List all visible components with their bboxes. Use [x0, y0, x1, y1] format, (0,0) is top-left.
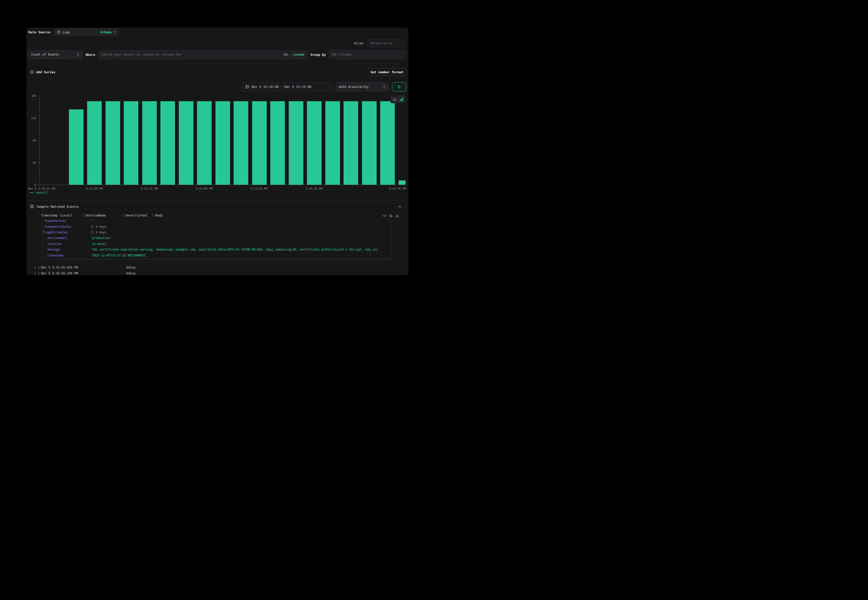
chart-bar[interactable]: [307, 101, 321, 185]
y-tick-label: 80: [33, 139, 36, 142]
toggle-divider: |: [290, 53, 292, 56]
bar-chart-icon[interactable]: [399, 97, 403, 102]
chart-bar[interactable]: [124, 101, 138, 185]
chart-bar[interactable]: [87, 101, 102, 185]
search-input[interactable]: [101, 50, 282, 59]
caret-down-icon[interactable]: ▼: [43, 230, 44, 233]
lucene-option[interactable]: Lucene: [293, 53, 304, 56]
chart-bar[interactable]: [234, 101, 248, 185]
chart-bar[interactable]: [161, 101, 175, 185]
y-tick-label: 120: [31, 117, 36, 120]
field-message[interactable]: message SSL certificate expiration warni…: [42, 247, 392, 252]
column-label: SeverityText: [125, 214, 148, 217]
where-label: Where: [86, 53, 95, 57]
field-environment[interactable]: environment production: [42, 235, 392, 241]
x-tick-mark: [314, 185, 314, 186]
sql-option[interactable]: SQL: [283, 53, 289, 56]
field-logattributes[interactable]: ▼ LogAttributes {}4 keys: [42, 230, 392, 235]
time-range-value: Dec 5 15:10:46 - Dec 5 15:15:46: [251, 85, 311, 89]
language-toggle[interactable]: SQL|Lucene: [283, 53, 304, 56]
object-key-count: 0 keys: [96, 225, 107, 229]
chart-bar[interactable]: [142, 101, 157, 185]
x-axis-labels: Dec 5 3:10:45 PM3:11:30 PM3:12:15 PM3:13…: [39, 187, 406, 191]
chart-bar[interactable]: [270, 101, 285, 185]
chart-bar[interactable]: [362, 101, 377, 185]
sample-events-header: Sample Matched Events: [30, 204, 79, 209]
logs-source-icon: [57, 30, 61, 34]
chart-bar[interactable]: [326, 101, 340, 185]
x-tick-mark: [405, 185, 406, 186]
event-row[interactable]: ❯ Dec 5 3:15:45.635 PM debug: [26, 265, 408, 271]
chart-bar[interactable]: [398, 180, 406, 185]
aggregation-select[interactable]: Count of Events: [28, 50, 82, 59]
severity-indicator: [38, 266, 39, 270]
group-by-input-wrap: [329, 50, 406, 59]
time-controls-row: Dec 5 15:10:46 - Dec 5 15:15:46 Auto Gra…: [242, 82, 406, 91]
chart-bar[interactable]: [69, 109, 83, 185]
field-value: SSL certificate expiration warning, doma…: [91, 248, 392, 252]
field-timestamp[interactable]: timestamp 2025-12-05T13:57:23.082306893Z: [42, 252, 392, 258]
alias-label: Alias: [354, 41, 363, 45]
field-location[interactable]: location us-west1: [42, 241, 392, 247]
expand-chevron-icon[interactable]: ❯: [34, 272, 36, 275]
sample-events-title: Sample Matched Events: [36, 205, 79, 209]
query-row: Count of Events Where SQL|Lucene Group B…: [28, 50, 406, 59]
event-row[interactable]: ❯ Dec 5 3:15:45.235 PM debug: [26, 271, 408, 276]
run-query-button[interactable]: [392, 82, 406, 91]
granularity-select[interactable]: Auto Granularity: [336, 82, 389, 91]
field-value: [91, 219, 392, 223]
calendar-icon: [245, 85, 249, 89]
column-body[interactable]: Body: [152, 214, 163, 217]
field-key: timestamp: [45, 254, 91, 257]
chart-bar[interactable]: [179, 101, 194, 185]
chart-bar[interactable]: [215, 101, 230, 185]
column-severitytext[interactable]: SeverityText: [122, 214, 148, 217]
data-source-row: Data Source Logs Schema: [28, 29, 118, 36]
chart-bar[interactable]: [344, 101, 358, 185]
data-source-select[interactable]: Logs Schema: [54, 29, 118, 36]
field-key: environment: [45, 236, 91, 240]
column-servicename[interactable]: ServiceName: [82, 214, 106, 217]
view-source-icon[interactable]: </>: [383, 214, 386, 218]
x-tick-label: 3:13:00 PM: [195, 187, 212, 190]
group-by-input[interactable]: [329, 50, 406, 59]
y-axis: 04080120160: [26, 96, 39, 185]
alias-input[interactable]: [367, 39, 406, 47]
add-series-label: Add Series: [36, 70, 55, 74]
download-icon[interactable]: [395, 214, 399, 218]
time-range-picker[interactable]: Dec 5 15:10:46 - Dec 5 15:15:46: [242, 82, 332, 91]
line-chart-icon[interactable]: [393, 97, 397, 102]
chart-bar[interactable]: [197, 101, 212, 185]
text-wrap-icon[interactable]: [389, 214, 393, 218]
events-column-headers: Timestamp (Local) ServiceName SeverityTe…: [26, 214, 408, 218]
alias-divider: [29, 43, 350, 44]
event-severity: debug: [126, 266, 135, 269]
column-timestamp[interactable]: Timestamp (Local): [41, 214, 73, 217]
y-tick-label: 160: [31, 94, 36, 97]
field-scopeattributes[interactable]: ScopeAttributes {}0 keys: [42, 224, 392, 229]
object-key-count: 4 keys: [96, 230, 107, 234]
chart-bar[interactable]: [289, 101, 303, 185]
chart-bar[interactable]: [106, 101, 120, 185]
x-tick-mark: [204, 185, 205, 186]
field-key: message: [45, 248, 91, 252]
collapse-section-button[interactable]: [397, 205, 402, 209]
granularity-value: Auto Granularity: [339, 85, 383, 89]
event-list-icon: [30, 205, 34, 209]
circle-plus-icon: [30, 70, 34, 74]
set-number-format-label: Set number format: [370, 70, 403, 74]
add-series-button[interactable]: Add Series: [30, 68, 55, 76]
chevron-up-icon: [398, 206, 401, 208]
field-value: 2025-12-05T13:57:23.082306893Z: [91, 254, 392, 257]
chart-bar[interactable]: [252, 101, 267, 185]
chart-legend[interactable]: count(): [30, 191, 48, 194]
set-number-format-button[interactable]: Set number format: [368, 68, 406, 76]
field-scopeversion[interactable]: ScopeVersion: [42, 219, 392, 224]
chart-bar[interactable]: [380, 101, 395, 185]
expand-chevron-icon[interactable]: ❯: [34, 266, 36, 269]
x-tick-label: Dec 5 3:10:45 PM: [28, 187, 55, 190]
log-attribute-fields: ScopeVersion ScopeAttributes {}0 keys ▼ …: [42, 219, 392, 258]
search-box: SQL|Lucene: [98, 50, 308, 59]
chevron-updown-icon: [77, 53, 79, 56]
field-value: us-west1: [91, 242, 392, 246]
